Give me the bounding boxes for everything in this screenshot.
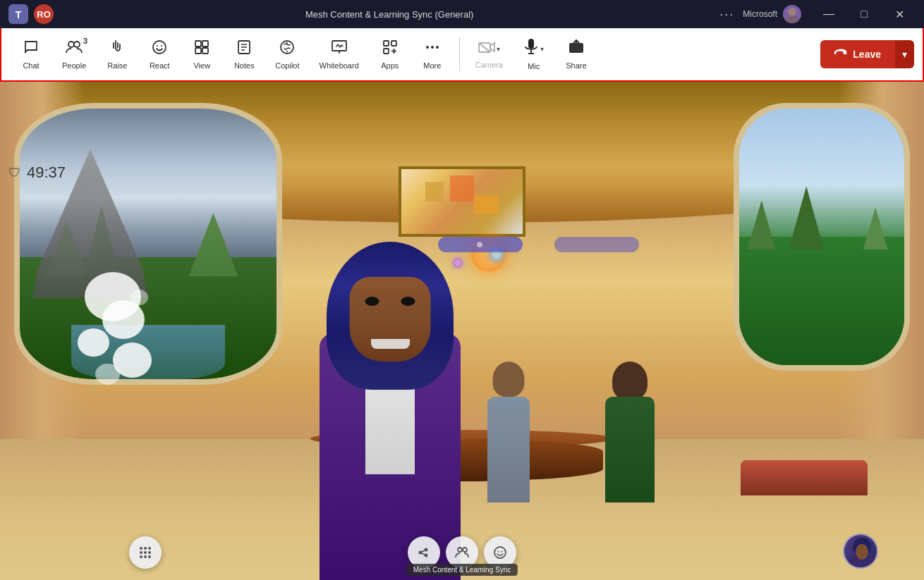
titlebar: T RO Mesh Content & Learning Sync (Gener…	[0, 0, 924, 28]
svg-line-32	[479, 43, 490, 52]
whiteboard-icon	[331, 39, 348, 58]
people-button[interactable]: 3 People	[52, 35, 96, 74]
svg-point-5	[74, 42, 80, 47]
maximize-btn[interactable]: □	[848, 3, 880, 25]
window-title: Mesh Content & Learning Sync (General)	[59, 9, 719, 20]
view-button[interactable]: View	[181, 35, 223, 74]
react-label: React	[150, 61, 170, 70]
close-btn[interactable]: ✕	[883, 3, 916, 25]
view-icon	[193, 39, 210, 58]
svg-rect-9	[195, 41, 201, 47]
share-icon	[568, 39, 585, 58]
svg-point-61	[856, 544, 868, 560]
camera-group: ▾	[478, 39, 500, 58]
particle-blob-2	[102, 300, 145, 339]
copilot-button[interactable]: Copilot	[265, 35, 309, 74]
mic-button[interactable]: ▾ Mic	[513, 34, 555, 75]
svg-point-57	[501, 551, 503, 553]
particle-blob-6	[130, 290, 148, 305]
mic-dropdown-arrow[interactable]: ▾	[540, 45, 544, 53]
camera-button[interactable]: ▾ Camera	[466, 35, 513, 73]
svg-point-7	[157, 45, 158, 47]
user-avatar-initials[interactable]: RO	[34, 4, 54, 24]
whiteboard-label: Whiteboard	[320, 61, 359, 70]
whiteboard-button[interactable]: Whiteboard	[310, 35, 369, 74]
people-count-badge: 3	[83, 37, 87, 45]
minimize-btn[interactable]: —	[813, 3, 845, 25]
notes-icon	[236, 39, 253, 58]
shield-icon: 🛡	[8, 166, 21, 180]
chat-button[interactable]: Chat	[10, 35, 52, 74]
room-bench	[741, 460, 868, 495]
svg-point-30	[436, 46, 439, 49]
svg-point-2	[788, 8, 796, 16]
apps-icon	[382, 39, 399, 58]
more-icon	[424, 39, 441, 58]
people-icon: 3	[65, 39, 83, 58]
svg-point-56	[498, 551, 499, 553]
titlebar-user-avatar[interactable]	[783, 5, 801, 23]
particle-blob-3	[78, 328, 109, 357]
svg-point-28	[426, 46, 429, 49]
camera-dropdown-arrow[interactable]: ▾	[497, 45, 500, 53]
scene-label: Mesh Content & Learning Sync	[406, 564, 518, 576]
svg-point-40	[144, 547, 147, 550]
svg-point-47	[148, 555, 151, 558]
main-avatar	[277, 185, 503, 580]
apps-button[interactable]: Apps	[369, 35, 411, 74]
camera-label: Camera	[475, 61, 503, 69]
titlebar-more-btn[interactable]: ···	[719, 7, 734, 22]
timer-value: 49:37	[27, 163, 66, 182]
particle-blob-5	[95, 364, 120, 385]
virtual-environment[interactable]: 🛡 49:37	[0, 82, 924, 580]
svg-point-39	[140, 547, 142, 550]
notes-button[interactable]: Notes	[223, 35, 265, 74]
svg-point-8	[161, 45, 162, 47]
chat-label: Chat	[23, 61, 39, 70]
svg-point-46	[144, 555, 147, 558]
svg-point-6	[153, 41, 166, 54]
people-label: People	[62, 61, 86, 70]
raise-label: Raise	[107, 61, 127, 70]
leave-dropdown-btn[interactable]: ▾	[895, 40, 914, 68]
more-button[interactable]: More	[411, 35, 454, 74]
svg-rect-24	[391, 41, 396, 46]
view-label: View	[193, 61, 210, 70]
svg-point-55	[494, 547, 506, 558]
svg-rect-23	[384, 41, 389, 46]
svg-point-44	[148, 551, 151, 554]
svg-point-41	[148, 547, 151, 550]
avatar-label-right	[554, 237, 639, 252]
svg-rect-11	[195, 48, 201, 54]
bg-avatar-right-body	[605, 397, 655, 502]
react-icon	[151, 39, 168, 58]
raise-icon	[109, 39, 126, 58]
svg-point-3	[785, 16, 799, 23]
apps-label: Apps	[381, 61, 399, 70]
copilot-label: Copilot	[275, 61, 299, 70]
background-avatar-right	[595, 362, 665, 502]
mic-label: Mic	[528, 62, 540, 70]
svg-point-4	[68, 42, 74, 47]
user-avatar-bottom-right[interactable]	[843, 533, 878, 569]
leave-call-button[interactable]: Leave	[820, 40, 895, 68]
share-button[interactable]: Share	[555, 35, 597, 74]
svg-point-45	[140, 555, 142, 558]
window-left	[14, 103, 282, 385]
svg-rect-10	[202, 41, 208, 47]
main-avatar-body	[305, 242, 475, 580]
bg-avatar-right-head	[612, 362, 648, 400]
svg-rect-12	[202, 48, 208, 54]
leave-label: Leave	[853, 49, 881, 60]
copilot-icon	[279, 39, 296, 58]
svg-point-29	[431, 46, 434, 49]
raise-button[interactable]: Raise	[96, 35, 138, 74]
svg-point-53	[458, 548, 462, 552]
react-button[interactable]: React	[138, 35, 181, 74]
svg-point-43	[144, 551, 147, 554]
meeting-toolbar: Chat 3 People Raise	[0, 28, 924, 82]
notes-label: Notes	[234, 61, 255, 70]
window-controls: — □ ✕	[813, 3, 916, 25]
microsoft-label: Microsoft	[743, 9, 777, 19]
toolbar-divider	[459, 37, 460, 71]
